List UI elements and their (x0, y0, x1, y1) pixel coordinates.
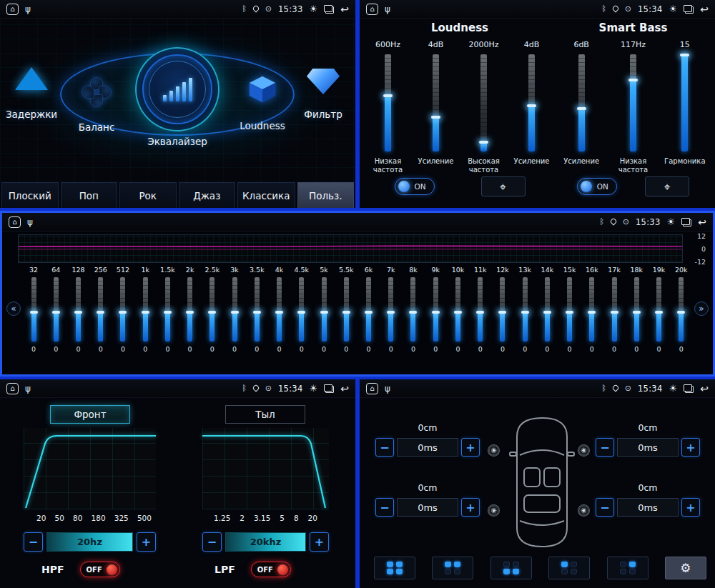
delay-minus-button[interactable]: − (375, 438, 394, 457)
slider-thumb[interactable] (119, 311, 127, 314)
chevron-right-icon[interactable]: » (694, 302, 709, 316)
eq-band-slider[interactable] (545, 277, 550, 342)
slider-thumb[interactable] (342, 311, 350, 314)
slider-thumb[interactable] (633, 311, 641, 314)
eq-band-slider[interactable] (612, 277, 617, 342)
recent-apps-icon[interactable] (324, 5, 334, 14)
delay-minus-button[interactable]: − (596, 438, 614, 457)
slider-thumb[interactable] (142, 311, 149, 314)
smartbass-reset-button[interactable]: ⌖ (645, 176, 689, 196)
slider-thumb[interactable] (297, 311, 305, 314)
eq-band-slider[interactable] (366, 277, 371, 342)
eq-band-slider[interactable] (523, 277, 528, 342)
preset-tab[interactable]: Поп (61, 182, 118, 208)
tone-slider[interactable] (681, 54, 688, 151)
slider-thumb[interactable] (320, 311, 328, 314)
eq-band-slider[interactable] (500, 277, 505, 342)
delay-plus-button[interactable]: + (681, 438, 700, 457)
slider-thumb[interactable] (577, 107, 586, 110)
back-icon[interactable]: ↩ (340, 4, 349, 14)
recent-apps-icon[interactable] (684, 384, 694, 393)
slider-thumb[interactable] (74, 311, 82, 314)
position-button-passenger-seat[interactable] (607, 557, 649, 579)
delay-plus-button[interactable]: + (681, 498, 700, 517)
tone-slider[interactable] (630, 54, 636, 151)
delay-plus-button[interactable]: + (461, 498, 480, 517)
position-button-all-seats[interactable] (374, 557, 415, 579)
eq-band-slider[interactable] (589, 277, 594, 342)
lpf-minus-button[interactable]: − (202, 532, 222, 552)
hpf-minus-button[interactable]: − (24, 532, 43, 552)
preset-tab[interactable]: Джаз (179, 182, 236, 208)
home-icon[interactable]: ⌂ (366, 4, 378, 15)
tab-front[interactable]: Фронт (50, 405, 130, 424)
tone-slider[interactable] (480, 54, 487, 151)
eq-band-slider[interactable] (232, 277, 237, 342)
hpf-frequency-bar[interactable]: 20hz (46, 532, 133, 552)
eq-band-slider[interactable] (679, 277, 684, 342)
eq-band-slider[interactable] (143, 277, 148, 342)
slider-thumb[interactable] (387, 311, 395, 314)
delay-minus-button[interactable]: − (375, 498, 394, 517)
slider-thumb[interactable] (275, 311, 283, 314)
eq-band-slider[interactable] (567, 277, 572, 342)
tone-slider[interactable] (385, 54, 391, 151)
brightness-icon[interactable]: ☀ (310, 383, 318, 394)
brightness-icon[interactable]: ☀ (667, 216, 676, 227)
tone-slider[interactable] (433, 54, 439, 151)
eq-band-slider[interactable] (344, 277, 349, 342)
tab-rear[interactable]: Тыл (225, 405, 305, 424)
hpf-plus-button[interactable]: + (137, 532, 156, 552)
slider-thumb[interactable] (476, 311, 484, 314)
slider-thumb[interactable] (383, 94, 393, 97)
eq-band-slider[interactable] (277, 277, 282, 342)
slider-thumb[interactable] (253, 311, 261, 314)
lpf-toggle[interactable]: OFF (251, 562, 291, 577)
eq-band-slider[interactable] (76, 277, 81, 342)
slider-thumb[interactable] (97, 311, 104, 314)
brightness-icon[interactable]: ☀ (669, 383, 678, 394)
lpf-frequency-bar[interactable]: 20khz (225, 532, 306, 552)
back-icon[interactable]: ↩ (340, 384, 349, 394)
slider-thumb[interactable] (680, 54, 689, 56)
position-button-rear-seats[interactable] (490, 557, 532, 579)
eq-band-slider[interactable] (433, 277, 438, 342)
loudness-reset-button[interactable]: ⌖ (481, 176, 526, 196)
eq-band-slider[interactable] (299, 277, 304, 342)
slider-thumb[interactable] (164, 311, 172, 314)
menu-item-equalizer[interactable]: Эквалайзер (135, 47, 220, 147)
delay-settings-button[interactable]: ⚙ (665, 557, 706, 579)
tone-slider[interactable] (578, 54, 585, 151)
slider-thumb[interactable] (655, 311, 663, 314)
preset-tab[interactable]: Классика (237, 182, 295, 208)
slider-thumb[interactable] (479, 141, 488, 144)
home-icon[interactable]: ⌂ (6, 383, 19, 394)
eq-band-slider[interactable] (54, 277, 59, 342)
delay-minus-button[interactable]: − (596, 498, 614, 517)
eq-band-slider[interactable] (255, 277, 260, 342)
slider-thumb[interactable] (521, 311, 529, 314)
smartbass-on-toggle[interactable]: ON (577, 178, 617, 195)
position-button-front-seats[interactable] (432, 557, 473, 579)
eq-band-slider[interactable] (634, 277, 639, 342)
menu-item-loudness[interactable]: Loudness (236, 76, 289, 131)
back-icon[interactable]: ↩ (700, 4, 709, 14)
hpf-toggle[interactable]: OFF (80, 562, 120, 577)
eq-band-slider[interactable] (388, 277, 393, 342)
slider-thumb[interactable] (611, 311, 618, 314)
tone-slider[interactable] (528, 54, 535, 151)
slider-thumb[interactable] (677, 311, 685, 314)
slider-thumb[interactable] (30, 311, 38, 314)
preset-tab[interactable]: Плоский (1, 182, 59, 208)
slider-thumb[interactable] (231, 311, 239, 314)
recent-apps-icon[interactable] (324, 384, 334, 393)
slider-thumb[interactable] (186, 311, 194, 314)
brightness-icon[interactable]: ☀ (669, 4, 678, 14)
home-icon[interactable]: ⌂ (6, 4, 19, 15)
eq-band-slider[interactable] (187, 277, 192, 342)
preset-tab[interactable]: Польз. (297, 182, 355, 208)
recent-apps-icon[interactable] (684, 5, 694, 14)
eq-band-slider[interactable] (120, 277, 125, 342)
slider-thumb[interactable] (498, 311, 506, 314)
slider-thumb[interactable] (431, 116, 440, 119)
